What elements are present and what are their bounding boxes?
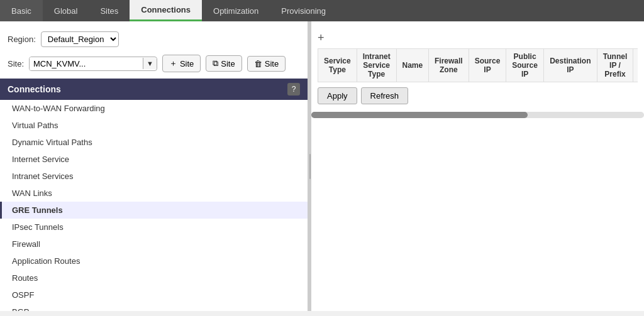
- connections-title: Connections: [8, 84, 61, 94]
- sidebar-item-bgp[interactable]: BGP: [0, 303, 308, 311]
- table-scroll: ServiceType IntranetServiceType Name Fir…: [318, 48, 638, 82]
- nav-list: WAN-to-WAN Forwarding Virtual Paths Dyna…: [0, 100, 308, 311]
- site-dropdown-arrow[interactable]: ▼: [143, 58, 157, 69]
- col-service-type: ServiceType: [318, 49, 357, 82]
- top-tab-bar: Basic Global Sites Connections Optimizat…: [0, 0, 644, 21]
- site-select-wrap: ▼: [29, 57, 157, 71]
- connections-header: Connections ?: [0, 79, 308, 100]
- region-label: Region:: [8, 35, 36, 44]
- tab-sites[interactable]: Sites: [89, 0, 130, 21]
- sidebar-item-dynamic-virtual-paths[interactable]: Dynamic Virtual Paths: [0, 134, 308, 151]
- sidebar-item-gre-tunnels[interactable]: GRE Tunnels: [0, 202, 308, 219]
- sidebar-item-internet-service[interactable]: Internet Service: [0, 151, 308, 168]
- col-tunnel-ip-prefix: TunnelIP /Prefix: [597, 49, 633, 82]
- sidebar-item-application-routes[interactable]: Application Routes: [0, 253, 308, 270]
- plus-icon: ＋: [169, 58, 177, 69]
- site-select-input[interactable]: [30, 57, 143, 70]
- site-label: Site:: [8, 59, 24, 68]
- col-destination-ip: DestinationIP: [543, 49, 597, 82]
- delete-site-label: Site: [265, 59, 279, 68]
- region-row: Region: Default_Region: [0, 28, 308, 51]
- apply-button[interactable]: Apply: [318, 87, 357, 104]
- sidebar-item-intranet-services[interactable]: Intranet Services: [0, 168, 308, 185]
- sidebar-item-wan-links[interactable]: WAN Links: [0, 185, 308, 202]
- delete-site-button[interactable]: 🗑 Site: [247, 56, 286, 72]
- tab-global[interactable]: Global: [43, 0, 89, 21]
- copy-site-button[interactable]: ⧉ Site: [206, 55, 242, 72]
- site-row: Site: ▼ ＋ Site ⧉ Site 🗑 Site: [0, 51, 308, 76]
- sidebar-item-virtual-paths[interactable]: Virtual Paths: [0, 117, 308, 134]
- refresh-button[interactable]: Refresh: [361, 87, 409, 104]
- copy-icon: ⧉: [213, 58, 218, 68]
- left-panel: Region: Default_Region Site: ▼ ＋ Site ⧉ …: [0, 21, 308, 311]
- tab-provisioning[interactable]: Provisioning: [270, 0, 337, 21]
- gre-table: ServiceType IntranetServiceType Name Fir…: [318, 48, 638, 82]
- gre-table-area: + ServiceType IntranetServiceType Name F…: [311, 21, 644, 82]
- help-button[interactable]: ?: [287, 83, 300, 95]
- col-public-source-ip: PublicSourceIP: [506, 49, 544, 82]
- main-container: Region: Default_Region Site: ▼ ＋ Site ⧉ …: [0, 21, 644, 311]
- add-site-label: Site: [180, 59, 194, 68]
- divider-handle: [309, 154, 311, 179]
- col-firewall-zone: FirewallZone: [428, 49, 469, 82]
- col-name: Name: [396, 49, 428, 82]
- tab-connections[interactable]: Connections: [130, 0, 202, 21]
- horizontal-scrollbar[interactable]: [311, 112, 644, 118]
- tab-basic[interactable]: Basic: [0, 0, 43, 21]
- col-intranet-service-type: IntranetServiceType: [357, 49, 396, 82]
- scrollbar-thumb[interactable]: [311, 112, 528, 118]
- sidebar-item-firewall[interactable]: Firewall: [0, 236, 308, 253]
- sidebar-item-ipsec-tunnels[interactable]: IPsec Tunnels: [0, 219, 308, 236]
- right-panel: + ServiceType IntranetServiceType Name F…: [311, 21, 644, 311]
- col-checksum: Checksum: [633, 49, 638, 82]
- copy-site-label: Site: [221, 59, 235, 68]
- region-select[interactable]: Default_Region: [41, 31, 119, 47]
- col-source-ip: SourceIP: [469, 49, 506, 82]
- add-site-button[interactable]: ＋ Site: [162, 55, 201, 72]
- trash-icon: 🗑: [254, 59, 262, 68]
- tab-optimization[interactable]: Optimization: [202, 0, 270, 21]
- sidebar-item-ospf[interactable]: OSPF: [0, 286, 308, 303]
- add-row-button[interactable]: +: [318, 28, 638, 48]
- action-buttons: Apply Refresh: [311, 82, 644, 109]
- sidebar-item-wan-to-wan[interactable]: WAN-to-WAN Forwarding: [0, 100, 308, 117]
- sidebar-item-routes[interactable]: Routes: [0, 270, 308, 286]
